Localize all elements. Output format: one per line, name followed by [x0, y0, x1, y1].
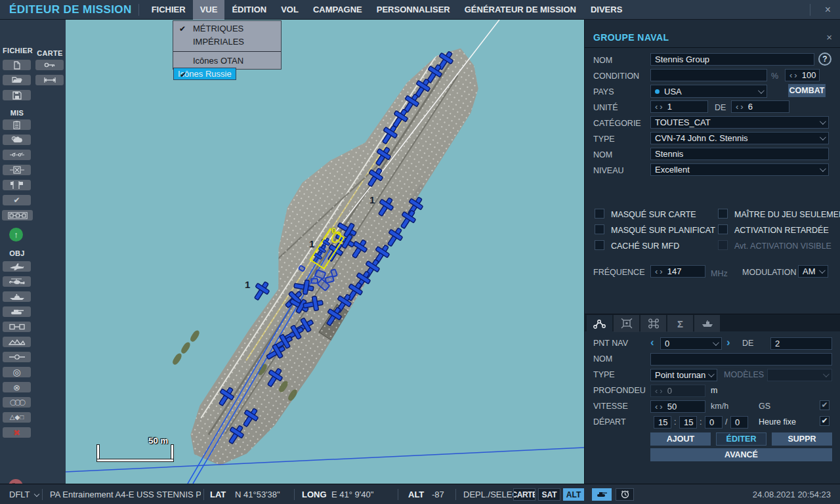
open-mission-button[interactable]: [3, 75, 31, 85]
wp-type-select[interactable]: Point tournan: [650, 369, 717, 381]
tab-command[interactable]: [640, 315, 666, 332]
stepper-right-icon[interactable]: ›: [660, 102, 662, 112]
gs-checkbox[interactable]: ✔: [820, 400, 830, 410]
checkbox-maitre-jeu[interactable]: [718, 209, 728, 219]
stepper-left-icon[interactable]: ‹: [736, 102, 738, 112]
frequency-stepper[interactable]: ‹›147: [650, 265, 705, 278]
generator-settings-button[interactable]: [3, 165, 31, 175]
depart-minutes-input[interactable]: 15: [679, 416, 697, 429]
stepper-right-icon[interactable]: ›: [794, 70, 797, 80]
menu-divers[interactable]: DIVERS: [583, 0, 629, 20]
add-template-button[interactable]: [3, 322, 31, 332]
panel-close-icon[interactable]: ×: [826, 32, 832, 43]
up-arrow-button[interactable]: ↑: [9, 228, 23, 242]
map-viewport[interactable]: 0 1 1 1 50 m: [66, 20, 584, 484]
stepper-left-icon[interactable]: ‹: [789, 70, 792, 80]
waypoint-total-input[interactable]: 2: [770, 337, 832, 350]
menu-campagne[interactable]: CAMPAGNE: [306, 0, 369, 20]
validate-button[interactable]: ✔: [3, 195, 31, 205]
sat-layer-button[interactable]: SAT: [538, 488, 560, 501]
tab-carrier[interactable]: [694, 315, 720, 332]
stepper-right-icon[interactable]: ›: [660, 266, 662, 276]
checkbox-masque-planificateur[interactable]: [595, 224, 604, 234]
unit-index-stepper[interactable]: ‹›1: [650, 100, 708, 113]
alt-layer-button[interactable]: ALT: [563, 488, 584, 501]
tab-summary[interactable]: Σ: [667, 315, 693, 332]
save-mission-button[interactable]: [3, 90, 31, 100]
waypoint-next-icon[interactable]: ›: [726, 336, 730, 349]
condition-input[interactable]: [650, 69, 767, 81]
target-point-button[interactable]: ⊗: [3, 382, 31, 392]
ground-units-toggle-button[interactable]: [592, 488, 612, 501]
skill-select[interactable]: Excellent: [650, 163, 829, 176]
menu-item-label: MÉTRIQUES: [193, 24, 243, 33]
briefing-button[interactable]: [3, 119, 31, 130]
add-ship-button[interactable]: [3, 291, 31, 302]
avance-button[interactable]: AVANCÉ: [650, 448, 832, 461]
menu-item-imperiales[interactable]: IMPÉRIALES: [173, 35, 281, 49]
waypoint-prev-icon[interactable]: ‹: [650, 336, 654, 349]
add-airplane-button[interactable]: [3, 261, 31, 272]
ajout-button[interactable]: AJOUT: [650, 432, 711, 446]
delete-button[interactable]: ✖: [3, 427, 31, 438]
unit-name-input[interactable]: Stennis: [650, 148, 829, 160]
checkbox-cache-mfd[interactable]: [595, 240, 604, 250]
editer-button[interactable]: ÉDITER: [716, 432, 766, 446]
stepper-right-icon[interactable]: ›: [660, 402, 662, 411]
unit-type-select[interactable]: CVN-74 John C. Stennis: [650, 132, 829, 144]
waypoint-select[interactable]: 0: [660, 337, 722, 350]
new-mission-button[interactable]: [3, 60, 31, 70]
stepper-left-icon[interactable]: ‹: [655, 266, 658, 276]
tab-route[interactable]: [587, 315, 612, 332]
tab-target[interactable]: [614, 315, 639, 332]
briefing-key-button[interactable]: [35, 60, 64, 70]
menu-item-metriques[interactable]: ✔ MÉTRIQUES: [173, 22, 281, 35]
drawing-shapes-button[interactable]: △◆□: [3, 412, 31, 423]
weather-button[interactable]: [3, 135, 31, 145]
menu-fichier[interactable]: FICHIER: [144, 0, 193, 20]
group-name-input[interactable]: Stennis Group: [650, 53, 814, 66]
waypoint-tool-button[interactable]: [3, 352, 31, 362]
stepper-left-icon[interactable]: ‹: [655, 402, 658, 411]
menu-vue[interactable]: VUE: [193, 0, 225, 20]
heure-fixe-checkbox[interactable]: ✔: [820, 416, 830, 426]
zone-tool-button[interactable]: ◎: [3, 367, 31, 377]
add-vehicle-button[interactable]: [3, 306, 31, 317]
depart-hours-input[interactable]: 15: [654, 416, 671, 429]
time-toggle-button[interactable]: [616, 488, 634, 501]
measure-distance-button[interactable]: [35, 75, 64, 85]
carte-layer-button[interactable]: CARTE: [513, 488, 536, 501]
country-select[interactable]: USA: [650, 85, 767, 98]
goals-button[interactable]: [3, 180, 31, 190]
unit-cluster-outline[interactable]: [310, 278, 318, 284]
triggers-button[interactable]: [3, 150, 31, 160]
stepper-right-icon[interactable]: ›: [740, 102, 743, 112]
menu-item-icones-russie[interactable]: ✔ Icônes Russie: [173, 68, 236, 80]
stepper-left-icon[interactable]: ‹: [655, 102, 658, 112]
dflt-dropdown[interactable]: DFLT: [9, 490, 39, 499]
depart-day-input[interactable]: 0: [730, 416, 748, 429]
checkbox-masque-carte[interactable]: [595, 209, 604, 219]
category-select[interactable]: TOUTES_CAT: [650, 116, 829, 129]
combat-button[interactable]: COMBAT: [788, 84, 826, 97]
add-static-object-button[interactable]: [3, 337, 31, 347]
add-helicopter-button[interactable]: [3, 276, 31, 287]
unit-count-stepper[interactable]: ‹›6: [731, 100, 789, 113]
menu-generateur[interactable]: GÉNÉRATEUR DE MISSION: [457, 0, 583, 20]
rings-tool-button[interactable]: ◯◯◯: [3, 397, 31, 408]
condition-stepper[interactable]: ‹›100: [785, 69, 820, 81]
menu-personnaliser[interactable]: PERSONNALISER: [369, 0, 457, 20]
suppr-button[interactable]: SUPPR: [772, 432, 832, 446]
checkbox-activation-retardee[interactable]: [718, 224, 728, 234]
menu-item-icones-otan[interactable]: Icônes OTAN: [173, 54, 281, 68]
menu-edition[interactable]: ÉDITION: [224, 0, 274, 20]
modulation-select[interactable]: AM: [798, 265, 828, 278]
menu-vol[interactable]: VOL: [274, 0, 306, 20]
help-button[interactable]: ?: [818, 52, 831, 66]
window-close-icon[interactable]: ×: [816, 4, 840, 16]
chain-links-button[interactable]: [2, 210, 33, 220]
speed-stepper[interactable]: ‹›50: [650, 400, 705, 413]
depart-seconds-input[interactable]: 0: [705, 416, 723, 429]
wp-name-input[interactable]: [650, 353, 832, 366]
aircraft-unit-icon[interactable]: [251, 280, 272, 302]
